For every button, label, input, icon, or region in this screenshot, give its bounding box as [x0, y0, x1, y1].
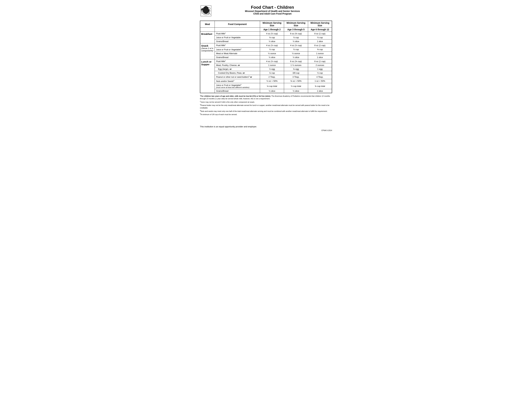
value-cell: ¾ cup total: [308, 83, 332, 89]
value-cell: 1 ounce: [308, 51, 332, 55]
table-row: Nuts and/or Seeds4½ oz = 50%¾ oz = 50%1 …: [200, 79, 332, 83]
table-row: Peanut or other nut or seed butters3 or2…: [200, 75, 332, 79]
table-row: Meat or Meat Alternate½ ounce½ ounce1 ou…: [200, 51, 332, 55]
value-cell: 8 oz (1 cup): [308, 59, 332, 63]
value-cell: ½ slice: [260, 55, 284, 59]
food-cell: Grains/Bread: [215, 89, 260, 93]
food-cell: Fluid Milk1: [215, 32, 260, 36]
table-row: BreakfastFluid Milk14 oz (½ cup)6 oz (¾ …: [200, 32, 332, 36]
meal-cell: Snack(Serve 2 of 4 components): [200, 43, 215, 59]
food-cell: Meat or Meat Alternate: [215, 51, 260, 55]
table-row: Juice or Fruit or Vegetable5(must serve …: [200, 83, 332, 89]
value-cell: 2 Tbsp.: [260, 75, 284, 79]
value-cell: ½ slice: [284, 55, 308, 59]
food-age-blank: [215, 28, 260, 32]
value-cell: ¼ cup: [260, 71, 284, 75]
table-row: Juice or Fruit or Vegetable2½ cup½ cup¾ …: [200, 47, 332, 51]
value-cell: 1 ½ ounces: [284, 63, 308, 67]
table-row: Egg (large), or½ egg¾ egg1 egg: [200, 67, 332, 71]
footnote: 4Nuts and seeds may meet only one-half o…: [200, 110, 332, 112]
svg-point-13: [204, 12, 208, 14]
food-cell: Peanut or other nut or seed butters3 or: [215, 75, 260, 79]
value-cell: 8 oz (1 cup): [308, 32, 332, 36]
value-cell: 3/8 cup: [284, 71, 308, 75]
column-header-row: Meal Food Component Minimum Serving Size…: [200, 21, 332, 28]
value-cell: 1 egg: [308, 67, 332, 71]
table-row: Grains/Bread½ slice½ slice1 slice: [200, 39, 332, 43]
food-component-header: Food Component: [215, 21, 260, 28]
subtitle1: Missouri Department of Health and Senior…: [213, 10, 332, 12]
value-cell: ¼ cup total: [260, 83, 284, 89]
min-serving-header-1: Minimum Serving Size: [260, 21, 284, 28]
value-cell: 6 oz (¾ cup): [284, 32, 308, 36]
food-cell: Juice or Fruit or Vegetable: [215, 36, 260, 39]
table-row: Grains/Bread½ slice½ slice1 slice: [200, 89, 332, 93]
meal-cell: Lunch or Supper: [200, 59, 215, 93]
table-row: Cooked Dry Beans, Peas, or¼ cup3/8 cup½ …: [200, 71, 332, 75]
value-cell: ½ slice: [260, 39, 284, 43]
value-cell: 6 oz (¾ cup): [284, 59, 308, 63]
value-cell: ½ slice: [260, 89, 284, 93]
svg-point-6: [201, 9, 202, 10]
page-title: Food Chart - Children: [213, 5, 332, 10]
value-cell: ½ ounce: [260, 51, 284, 55]
page-header: Food Chart - Children Missouri Departmen…: [200, 5, 332, 17]
food-cell: Meat, Poultry, Cheese, or: [215, 63, 260, 67]
value-cell: ½ ounce: [284, 51, 308, 55]
cfna-label: CFNA 5-2014: [200, 130, 332, 131]
food-cell: Fluid Milk1: [215, 43, 260, 47]
footnote: 5A minimum of 1/8 cup of each must be se…: [200, 113, 332, 116]
food-cell: Nuts and/or Seeds4: [215, 79, 260, 83]
value-cell: ½ cup: [308, 36, 332, 39]
logo: [200, 5, 213, 17]
value-cell: 1 slice: [308, 89, 332, 93]
value-cell: 4 oz (½ cup): [260, 59, 284, 63]
age-subheader-row: Age 1 through 2 Age 3 through 5 Age 6 th…: [200, 28, 332, 32]
value-cell: ½ cup: [284, 36, 308, 39]
value-cell: 1 ounce: [260, 63, 284, 67]
value-cell: 1 oz = 50%: [308, 79, 332, 83]
food-cell: Egg (large), or: [215, 67, 260, 71]
svg-point-2: [204, 6, 208, 9]
food-cell: Fluid Milk1: [215, 59, 260, 63]
footnote: 3Peanut butter may not be the only meat/…: [200, 104, 332, 109]
value-cell: ¾ oz = 50%: [284, 79, 308, 83]
table-row: Lunch or SupperFluid Milk14 oz (½ cup)6 …: [200, 59, 332, 63]
value-cell: ½ cup: [308, 71, 332, 75]
footnotes: 1For children two years of age and older…: [200, 94, 332, 116]
value-cell: ½ oz = 50%: [260, 79, 284, 83]
meal-cell: Breakfast: [200, 32, 215, 43]
age3-header: Age 6 through 12: [308, 28, 332, 32]
min-serving-header-3: Minimum Serving Size: [308, 21, 332, 28]
value-cell: ½ cup total: [284, 83, 308, 89]
equal-opportunity: This institution is an equal opportunity…: [200, 125, 332, 128]
value-cell: 4 Tbsp.: [308, 75, 332, 79]
table-row: Grains/Bread½ slice½ slice1 slice: [200, 55, 332, 59]
value-cell: ¾ egg: [284, 67, 308, 71]
value-cell: 2 ounces: [308, 63, 332, 67]
food-cell: Juice or Fruit or Vegetable5(must serve …: [215, 83, 260, 89]
value-cell: 4 oz (½ cup): [260, 43, 284, 47]
min-serving-header-2: Minimum Serving Size: [284, 21, 308, 28]
footnote: 2Juice may not be served if milk is the …: [200, 100, 332, 103]
food-chart-table: Meal Food Component Minimum Serving Size…: [200, 21, 332, 93]
subtitle2: Child and Adult Care Food Program: [213, 12, 332, 15]
age2-header: Age 3 through 5: [284, 28, 308, 32]
value-cell: ¼ cup: [260, 36, 284, 39]
value-cell: 4 oz (½ cup): [260, 32, 284, 36]
age1-header: Age 1 through 2: [260, 28, 284, 32]
food-cell: Juice or Fruit or Vegetable2: [215, 47, 260, 51]
value-cell: ½ cup: [260, 47, 284, 51]
food-cell: Grains/Bread: [215, 55, 260, 59]
value-cell: 1 slice: [308, 55, 332, 59]
title-area: Food Chart - Children Missouri Departmen…: [213, 5, 332, 15]
food-cell: Cooked Dry Beans, Peas, or: [215, 71, 260, 75]
value-cell: ½ cup: [284, 47, 308, 51]
value-cell: 3 Tbsp.: [284, 75, 308, 79]
meal-age-blank: [200, 28, 215, 32]
table-row: Meat, Poultry, Cheese, or1 ounce1 ½ ounc…: [200, 63, 332, 67]
value-cell: ½ slice: [284, 39, 308, 43]
food-cell: Grains/Bread: [215, 39, 260, 43]
table-row: Juice or Fruit or Vegetable¼ cup½ cup½ c…: [200, 36, 332, 39]
svg-point-7: [209, 8, 210, 9]
